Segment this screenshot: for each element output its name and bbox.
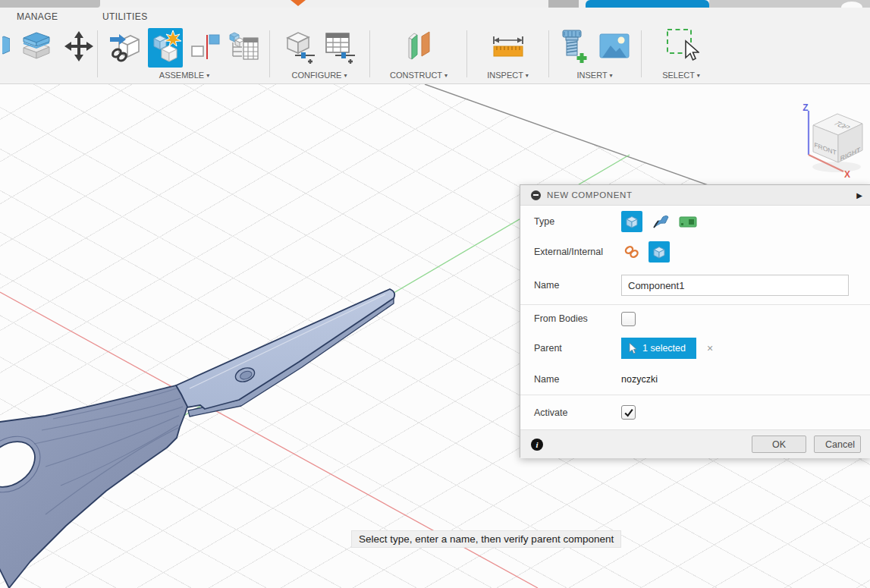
new-component-dialog: NEW COMPONENT ▶ Type External/ [520, 184, 870, 458]
cursor-icon [629, 343, 637, 354]
caret-down-icon: ▾ [610, 72, 613, 79]
scissors-model[interactable] [0, 289, 394, 588]
pcb-icon [678, 213, 698, 230]
joint-icon[interactable] [189, 29, 221, 67]
offset-plane-icon[interactable] [20, 30, 52, 66]
construct-plane-icon[interactable] [401, 29, 436, 67]
toolbar-group-select: SELECT ▾ [643, 26, 719, 83]
titlebar-button[interactable] [548, 0, 579, 8]
checkmark-icon [623, 407, 634, 418]
toolbar-group-construct: CONSTRUCT ▾ [377, 26, 460, 83]
insert-derive-icon[interactable] [108, 29, 142, 67]
parent-name-label: Name [534, 374, 621, 385]
z-axis-label: Z [802, 102, 808, 113]
toolbar-group-modify [0, 26, 97, 83]
configure-table-icon[interactable] [323, 29, 356, 67]
caret-down-icon: ▾ [344, 72, 347, 79]
sheet-metal-icon [652, 213, 670, 230]
cube-icon [651, 244, 667, 260]
assemble-dropdown[interactable]: ASSEMBLE ▾ [105, 71, 264, 80]
bom-table-icon[interactable] [227, 29, 260, 67]
component-name-input[interactable] [621, 275, 849, 296]
configure-component-icon[interactable] [283, 29, 316, 67]
external-link-button[interactable] [621, 241, 642, 263]
insert-dropdown[interactable]: INSERT ▾ [553, 71, 636, 80]
insert-fastener-icon[interactable] [558, 28, 590, 68]
type-pcb-button[interactable] [677, 211, 699, 232]
inspect-dropdown[interactable]: INSPECT ▾ [472, 71, 544, 80]
parent-name-row: Name nozyczki [520, 364, 870, 395]
parent-selection-count: 1 selected [642, 343, 686, 354]
toolbar-group-assemble: ASSEMBLE ▾ [105, 26, 264, 83]
fusion-logo-icon [291, 0, 306, 6]
configure-dropdown[interactable]: CONFIGURE ▾ [275, 71, 364, 80]
ribbon-toolbar: ASSEMBLE ▾ [0, 26, 870, 84]
external-internal-label: External/Internal [534, 247, 621, 257]
from-bodies-checkbox[interactable] [621, 312, 636, 326]
group-separator [97, 30, 98, 77]
new-component-button[interactable] [148, 28, 183, 68]
title-strip [0, 0, 870, 8]
type-sheet-metal-button[interactable] [650, 211, 671, 232]
view-cube-shadow [812, 162, 861, 172]
expand-arrow-icon[interactable]: ▶ [856, 191, 862, 200]
activate-label: Activate [534, 407, 621, 418]
tab-manage[interactable]: MANAGE [17, 11, 58, 22]
toolbar-group-configure: CONFIGURE ▾ [275, 26, 364, 83]
clear-selection-icon[interactable]: × [707, 342, 713, 354]
caret-down-icon: ▾ [697, 72, 700, 79]
group-separator [641, 30, 642, 77]
name-label: Name [534, 280, 621, 291]
select-dropdown[interactable]: SELECT ▾ [643, 71, 719, 80]
parent-label: Parent [534, 343, 621, 354]
toolbar-group-insert: INSERT ▾ [553, 26, 636, 83]
measure-icon[interactable] [491, 29, 526, 67]
activate-checkbox[interactable] [621, 405, 636, 420]
cube-partial-icon[interactable] [2, 30, 10, 66]
link-icon [623, 244, 641, 260]
name-row: Name [520, 266, 870, 304]
ribbon-tab-bar: MANAGE UTILITIES [0, 8, 870, 26]
parent-row: Parent 1 selected × [520, 332, 870, 364]
caret-down-icon: ▾ [206, 72, 209, 79]
save-button-partial[interactable] [586, 0, 709, 8]
insert-canvas-icon[interactable] [598, 30, 631, 66]
handle [0, 385, 187, 588]
parent-selection-button[interactable]: 1 selected [621, 338, 696, 359]
group-separator [369, 30, 370, 77]
internal-component-button[interactable] [649, 241, 670, 263]
dialog-header[interactable]: NEW COMPONENT ▶ [520, 185, 870, 206]
dialog-title: NEW COMPONENT [547, 190, 856, 200]
parent-name-value: nozyczki [621, 374, 658, 385]
caret-down-icon: ▾ [526, 72, 529, 79]
cube-icon [623, 213, 640, 230]
group-separator [269, 30, 270, 77]
group-separator [466, 30, 467, 77]
collapse-icon[interactable] [531, 190, 541, 200]
move-icon[interactable] [63, 30, 95, 66]
x-axis-label: X [844, 169, 850, 180]
ok-button[interactable]: OK [752, 435, 806, 453]
toolbar-group-inspect: INSPECT ▾ [472, 26, 544, 83]
cancel-button[interactable]: Cancel [814, 435, 861, 453]
tab-utilities[interactable]: UTILITIES [102, 11, 148, 22]
external-internal-row: External/Internal [520, 237, 870, 266]
type-standard-button[interactable] [621, 211, 642, 232]
construct-dropdown[interactable]: CONSTRUCT ▾ [377, 71, 460, 80]
status-prompt: Select type, enter a name, then verify p… [351, 530, 621, 548]
type-label: Type [534, 216, 621, 227]
dialog-footer: i OK Cancel [520, 429, 870, 458]
type-row: Type [520, 206, 870, 237]
from-bodies-label: From Bodies [534, 313, 621, 324]
info-icon[interactable]: i [531, 439, 543, 451]
caret-down-icon: ▾ [444, 72, 448, 79]
from-bodies-row: From Bodies [520, 305, 870, 332]
document-tab-partial[interactable] [0, 0, 100, 8]
blade-top-face [176, 289, 394, 409]
select-icon[interactable] [663, 27, 699, 68]
group-separator [548, 30, 549, 77]
activate-row: Activate [520, 395, 870, 429]
